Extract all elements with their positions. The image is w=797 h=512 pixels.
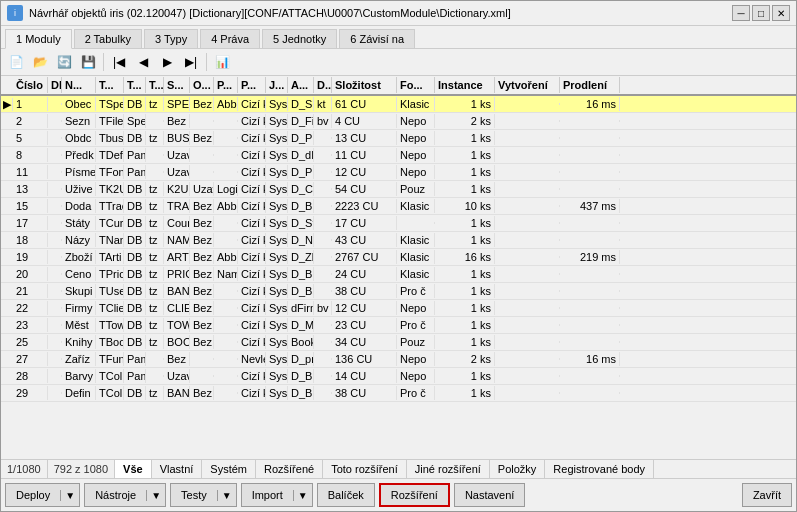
import-button[interactable]: Import ▼ [241, 483, 313, 507]
save-button[interactable]: 💾 [77, 52, 99, 72]
table-cell [190, 154, 214, 156]
nav-first-button[interactable]: |◀ [108, 52, 130, 72]
table-row[interactable]: 19ZbožíTArtiDBtzARTIBez vAbbrCizí kSyste… [1, 249, 796, 266]
table-row[interactable]: 13UživeTK2UDBtzK2USUzavLoginCizí kSysteD… [1, 181, 796, 198]
table-row[interactable]: 29DefinTColDBtzBANKBez vCizí kSysteD_Bal… [1, 385, 796, 402]
export-button[interactable]: 📊 [211, 52, 233, 72]
zavrít-label[interactable]: Zavřít [743, 489, 791, 501]
btab-polozky[interactable]: Položky [490, 460, 546, 478]
refresh-button[interactable]: 🔄 [53, 52, 75, 72]
table-cell [495, 392, 560, 394]
table-cell [48, 103, 62, 105]
table-row[interactable]: 22FirmyTCliefDBtzCLIEBez vCizí kSystedFi… [1, 300, 796, 317]
maximize-button[interactable]: □ [752, 5, 770, 21]
table-cell: Cizí k [238, 182, 266, 196]
col-cislo[interactable]: Číslo [13, 77, 48, 93]
import-label[interactable]: Import [242, 489, 293, 501]
col-d[interactable]: D... [314, 77, 332, 93]
table-row[interactable]: 21SkupiTUseDBtzBANKBez vCizí kSysteD_Bal… [1, 283, 796, 300]
table-cell: 1 ks [435, 386, 495, 400]
table-cell [495, 375, 560, 377]
table-row[interactable]: 20CenoTPrioDBtzPRICBez vNameCizí kSysteD… [1, 266, 796, 283]
tab-typy[interactable]: 3 Typy [144, 29, 198, 48]
testy-arrow[interactable]: ▼ [217, 490, 236, 501]
deploy-button[interactable]: Deploy ▼ [5, 483, 80, 507]
tab-moduly[interactable]: 1 Moduly [5, 29, 72, 49]
col-p2[interactable]: P... [238, 77, 266, 93]
testy-label[interactable]: Testy [171, 489, 217, 501]
nastaveni-label[interactable]: Nastavení [455, 489, 525, 501]
nastaveni-button[interactable]: Nastavení [454, 483, 526, 507]
table-row[interactable]: 27ZařízTFunPaměBez vNevleSysteD_prisr136… [1, 351, 796, 368]
table-row[interactable]: 8PředkTDefiPaměUzavCizí kSysteD_dEbv11 C… [1, 147, 796, 164]
col-o[interactable]: O... [190, 77, 214, 93]
table-row[interactable]: 17StátyTCurfDBtzCounBez vCizí kSysteD_St… [1, 215, 796, 232]
table-cell [560, 290, 620, 292]
table-row[interactable]: 25KnihyTBooDBtzBOOBez vCizí kSysteBooknz… [1, 334, 796, 351]
col-n[interactable]: N... [62, 77, 96, 93]
col-t3[interactable]: T... [146, 77, 164, 93]
btab-jine-rozsireni[interactable]: Jiné rozšíření [407, 460, 490, 478]
btab-registrovane-body[interactable]: Registrované body [545, 460, 654, 478]
col-fo[interactable]: Fo... [397, 77, 435, 93]
close-button[interactable]: ✕ [772, 5, 790, 21]
nastroje-button[interactable]: Nástroje ▼ [84, 483, 166, 507]
zavrít-button[interactable]: Zavřít [742, 483, 792, 507]
nav-next-button[interactable]: ▶ [156, 52, 178, 72]
minimize-button[interactable]: ─ [732, 5, 750, 21]
table-row[interactable]: 11PísmeTFonPaměUzavCizí kSysteD_Pisnz12 … [1, 164, 796, 181]
table-cell: 20 [13, 267, 48, 281]
balicek-button[interactable]: Balíček [317, 483, 375, 507]
btab-toto-rozsireni[interactable]: Toto rozšíření [323, 460, 407, 478]
table-cell: Bez v [190, 216, 214, 230]
table-cell: D_Balm [288, 386, 314, 400]
table-row[interactable]: ▶1ObecTSpeDBtzSPECBez vAbbrCizí kSysteD_… [1, 96, 796, 113]
balicek-label[interactable]: Balíček [318, 489, 374, 501]
col-instance[interactable]: Instance [435, 77, 495, 93]
table-row[interactable]: 28BarvyTColPaměUzavCizí kSysteD_Banz14 C… [1, 368, 796, 385]
rozsireni-label[interactable]: Rozšíření [381, 489, 448, 501]
tab-jednotky[interactable]: 5 Jednotky [262, 29, 337, 48]
new-button[interactable]: 📄 [5, 52, 27, 72]
btab-system[interactable]: Systém [202, 460, 256, 478]
col-dm[interactable]: DM [48, 77, 62, 93]
deploy-arrow[interactable]: ▼ [60, 490, 79, 501]
btab-rozsirene[interactable]: Rozšířené [256, 460, 323, 478]
nastroje-label[interactable]: Nástroje [85, 489, 146, 501]
tab-tabulky[interactable]: 2 Tabulky [74, 29, 142, 48]
col-p1[interactable]: P... [214, 77, 238, 93]
open-button[interactable]: 📂 [29, 52, 51, 72]
col-t1[interactable]: T... [96, 77, 124, 93]
deploy-label[interactable]: Deploy [6, 489, 60, 501]
table-cell: 10 ks [435, 199, 495, 213]
btab-vse[interactable]: Vše [115, 460, 152, 478]
rozsireni-button[interactable]: Rozšíření [379, 483, 450, 507]
table-row[interactable]: 2SeznTFilelSpeciBez vCizí kSysteD_Filibv… [1, 113, 796, 130]
table-cell [314, 154, 332, 156]
table-cell: Uzav [190, 182, 214, 196]
btab-vlastni[interactable]: Vlastní [152, 460, 203, 478]
table-row[interactable]: 18NázyTNanDBtzNAMIBez vCizí kSysteD_Nekt… [1, 232, 796, 249]
tab-zavisi-na[interactable]: 6 Závisí na [339, 29, 415, 48]
table-cell: D_Bamj [288, 199, 314, 213]
testy-button[interactable]: Testy ▼ [170, 483, 237, 507]
col-j[interactable]: J... [266, 77, 288, 93]
col-prodleni[interactable]: Prodlení [560, 77, 620, 93]
table-cell: Pamě [124, 165, 146, 179]
table-cell: 437 ms [560, 199, 620, 213]
table-row[interactable]: 5ObdcTbusiDBtzBUSIBez vCizí kSysteD_Prik… [1, 130, 796, 147]
tab-prava[interactable]: 4 Práva [200, 29, 260, 48]
nav-prev-button[interactable]: ◀ [132, 52, 154, 72]
table-row[interactable]: 23MěstTTowDBtzTOWBez vCizí kSysteD_Menz2… [1, 317, 796, 334]
import-arrow[interactable]: ▼ [293, 490, 312, 501]
nastroje-arrow[interactable]: ▼ [146, 490, 165, 501]
col-slozitost[interactable]: Složitost [332, 77, 397, 93]
col-s[interactable]: S... [164, 77, 190, 93]
table-cell: TFon [96, 165, 124, 179]
table-row[interactable]: 15DodaTTracDBtzTRACBez vAbbrCizí kSysteD… [1, 198, 796, 215]
table-cell: kt [314, 97, 332, 111]
col-a[interactable]: A... [288, 77, 314, 93]
col-vytvoreni[interactable]: Vytvoření [495, 77, 560, 93]
col-t2[interactable]: T... [124, 77, 146, 93]
nav-last-button[interactable]: ▶| [180, 52, 202, 72]
